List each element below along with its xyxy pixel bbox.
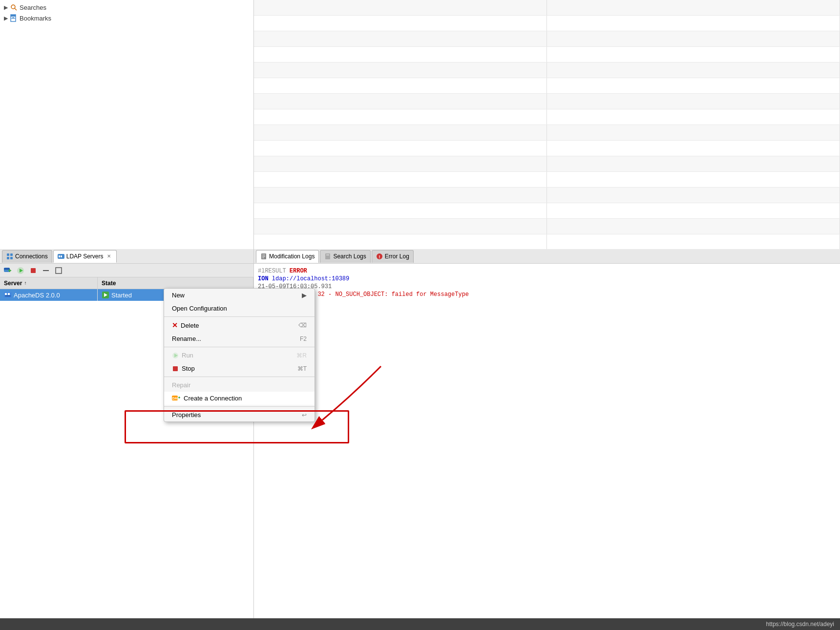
table-row xyxy=(254,156,840,172)
menu-item-create-connection[interactable]: LDAP Create a Connection xyxy=(164,392,315,405)
table-cell xyxy=(547,63,840,78)
menu-item-open-config[interactable]: Open Configuration xyxy=(164,302,315,315)
tab-connections-label: Connections xyxy=(15,253,48,260)
table-row xyxy=(254,47,840,63)
table-cell xyxy=(254,172,547,187)
tab-error-log[interactable]: ! Error Log xyxy=(372,250,414,263)
table-cell xyxy=(254,31,547,46)
left-tree-panel: ▶ Searches ▶ Bookmarks xyxy=(0,0,254,249)
server-name-cell: ApacheDS 2.0.0 xyxy=(0,289,98,301)
log-line-8: ss: top xyxy=(258,322,836,329)
stop-icon xyxy=(29,266,38,275)
server-name-label: ApacheDS 2.0.0 xyxy=(14,292,60,299)
run-shortcut: ⌘R xyxy=(296,352,307,359)
table-cell xyxy=(547,31,840,46)
rename-shortcut: F2 xyxy=(300,336,307,342)
toolbar-play-button[interactable] xyxy=(15,265,26,276)
status-url: https://blog.csdn.net/adeyi xyxy=(766,621,834,628)
search-logs-icon xyxy=(324,253,331,260)
modification-logs-label: Modification Logs xyxy=(269,253,315,260)
tab-ldap-servers-close[interactable]: ✕ xyxy=(105,253,112,260)
table-row xyxy=(254,16,840,31)
table-cell xyxy=(547,188,840,203)
svg-rect-36 xyxy=(173,366,178,371)
stop-icon-menu xyxy=(172,365,179,372)
new-server-icon xyxy=(3,266,12,275)
menu-create-connection-label: Create a Connection xyxy=(184,395,242,402)
log-line-5: ldmin xyxy=(258,299,836,306)
table-row xyxy=(254,125,840,141)
tab-modification-logs[interactable]: Modification Logs xyxy=(256,250,319,263)
searches-icon xyxy=(10,3,18,11)
table-cell xyxy=(254,94,547,109)
apacheds-icon xyxy=(4,291,12,299)
menu-item-new[interactable]: New ▶ xyxy=(164,289,315,302)
menu-item-rename[interactable]: Rename... F2 xyxy=(164,332,315,345)
svg-text:LDAP: LDAP xyxy=(172,397,180,400)
table-row xyxy=(254,234,840,249)
server-col-header[interactable]: Server ↑ xyxy=(0,277,98,289)
state-col-label: State xyxy=(102,280,116,287)
arrow-right-icon: ▶ xyxy=(4,4,8,11)
menu-item-delete[interactable]: ✕ Delete ⌫ xyxy=(164,318,315,332)
bottom-section: Connections LDAP Servers ✕ xyxy=(0,249,840,630)
table-cell xyxy=(254,141,547,156)
menu-new-label: New xyxy=(172,292,185,299)
log-content-area: #lRESULT ERROR ION ldap://localhost:1038… xyxy=(254,264,840,622)
table-cell xyxy=(547,47,840,62)
menu-separator-1 xyxy=(164,316,315,317)
log-line-1: #lRESULT ERROR xyxy=(258,268,836,274)
server-col-label: Server xyxy=(4,280,22,287)
table-cell xyxy=(547,16,840,31)
searches-label: Searches xyxy=(20,4,46,11)
menu-item-properties[interactable]: Properties ↩ xyxy=(164,408,315,421)
log-line-9: n xyxy=(258,330,836,337)
table-row xyxy=(254,78,840,94)
menu-item-run[interactable]: Run ⌘R xyxy=(164,349,315,362)
toolbar-stop-button[interactable] xyxy=(27,265,39,276)
tab-ldap-servers[interactable]: LDAP Servers ✕ xyxy=(53,250,117,263)
table-cell xyxy=(547,0,840,15)
minimize-icon xyxy=(42,266,50,275)
table-cell xyxy=(254,63,547,78)
error-log-icon: ! xyxy=(376,253,383,260)
menu-rename-label: Rename... xyxy=(172,335,201,342)
svg-rect-12 xyxy=(4,268,10,270)
tree-item-bookmarks[interactable]: ▶ Bookmarks xyxy=(0,13,253,23)
log-line-6: e: add xyxy=(258,307,836,314)
sort-arrow-icon: ↑ xyxy=(24,280,26,286)
log-line-7: ss: account xyxy=(258,315,836,321)
toolbar-minimize-button[interactable] xyxy=(40,265,52,276)
right-table-panel xyxy=(254,0,840,249)
bookmarks-icon xyxy=(10,14,18,22)
tab-search-logs[interactable]: Search Logs xyxy=(320,250,370,263)
menu-item-stop[interactable]: Stop ⌘T xyxy=(164,362,315,375)
delete-shortcut: ⌫ xyxy=(298,322,307,329)
table-row xyxy=(254,141,840,156)
tab-connections[interactable]: Connections xyxy=(2,250,52,263)
toolbar-maximize-button[interactable] xyxy=(53,265,64,276)
svg-rect-21 xyxy=(5,293,7,295)
toolbar-new-button[interactable] xyxy=(2,265,14,276)
menu-item-repair[interactable]: Repair xyxy=(164,378,315,392)
table-row xyxy=(254,63,840,78)
ldap-server-icon xyxy=(58,253,64,260)
menu-properties-label: Properties xyxy=(172,411,201,419)
server-table-header: Server ↑ State xyxy=(0,277,253,289)
svg-rect-7 xyxy=(10,257,13,259)
svg-rect-22 xyxy=(8,293,10,295)
state-col-header[interactable]: State xyxy=(98,277,253,289)
server-toolbar xyxy=(0,264,253,277)
tree-item-searches[interactable]: ▶ Searches xyxy=(0,2,253,13)
error-log-label: Error Log xyxy=(385,253,409,260)
svg-point-0 xyxy=(11,5,15,9)
bottom-left-tab-bar: Connections LDAP Servers ✕ xyxy=(0,249,253,264)
menu-separator-2 xyxy=(164,347,315,347)
table-cell xyxy=(254,156,547,171)
create-connection-icon: LDAP xyxy=(172,395,181,402)
svg-rect-6 xyxy=(7,257,9,259)
svg-rect-3 xyxy=(11,15,16,17)
menu-open-config-label: Open Configuration xyxy=(172,305,227,312)
svg-rect-20 xyxy=(4,292,12,298)
table-cell xyxy=(547,94,840,109)
